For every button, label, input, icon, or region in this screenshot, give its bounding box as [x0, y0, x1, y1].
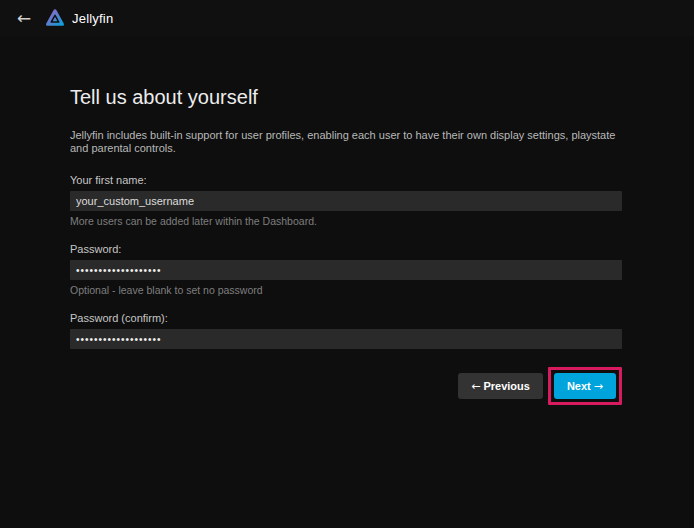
password-confirm-group: Password (confirm):	[70, 312, 622, 349]
setup-wizard-user-page: Tell us about yourself Jellyfin includes…	[70, 86, 622, 405]
app-logo: Jellyfin	[44, 7, 113, 29]
wizard-navigation: ← Previous Next →	[70, 367, 622, 405]
arrow-left-icon: ←	[17, 8, 31, 28]
first-name-label: Your first name:	[70, 174, 622, 186]
password-input[interactable]	[70, 260, 622, 280]
password-confirm-input[interactable]	[70, 329, 622, 349]
next-button-label: Next	[567, 380, 591, 392]
app-header: ← Jellyfin	[0, 0, 694, 36]
password-confirm-label: Password (confirm):	[70, 312, 622, 324]
back-button[interactable]: ←	[10, 4, 38, 32]
next-button[interactable]: Next →	[554, 373, 616, 399]
arrow-left-icon: ←	[471, 380, 480, 393]
password-helper: Optional - leave blank to set no passwor…	[70, 284, 622, 296]
jellyfin-logo-icon	[44, 7, 66, 29]
page-intro: Jellyfin includes built-in support for u…	[70, 129, 622, 155]
page-title: Tell us about yourself	[70, 86, 622, 109]
password-group: Password: Optional - leave blank to set …	[70, 243, 622, 296]
arrow-right-icon: →	[594, 380, 603, 393]
previous-button-label: Previous	[483, 380, 529, 392]
first-name-input[interactable]	[70, 191, 622, 211]
app-name: Jellyfin	[72, 11, 113, 26]
first-name-group: Your first name: More users can be added…	[70, 174, 622, 227]
previous-button[interactable]: ← Previous	[458, 373, 543, 399]
next-button-highlight: Next →	[548, 367, 622, 405]
password-label: Password:	[70, 243, 622, 255]
first-name-helper: More users can be added later within the…	[70, 215, 622, 227]
